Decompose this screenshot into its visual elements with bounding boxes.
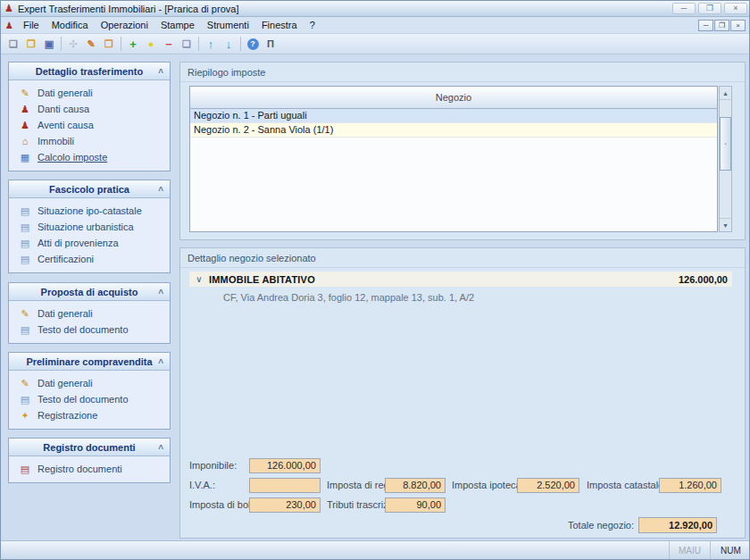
- toolbar-separator: [121, 37, 121, 51]
- new-document-icon[interactable]: ❏: [4, 36, 22, 53]
- groupbox-title: Dettaglio negozio selezionato: [180, 248, 745, 268]
- sidebar-item-label: Registrazione: [38, 410, 97, 421]
- menu-stampe[interactable]: Stampe: [154, 18, 201, 33]
- scrollbar-thumb[interactable]: ▪: [720, 117, 731, 171]
- panel-header-proposta-di-acquisto[interactable]: Proposta di acquisto ^: [9, 283, 170, 301]
- sidebar-item-immobili[interactable]: ⌂ Immobili: [9, 133, 170, 149]
- edit-document-icon[interactable]: ✎: [82, 36, 100, 53]
- delete-icon[interactable]: −: [160, 36, 178, 53]
- help-icon[interactable]: ?: [244, 36, 262, 53]
- sidebar-item-label: Immobili: [38, 136, 74, 146]
- sidebar-item-preliminare-dati-generali[interactable]: ✎ Dati generali: [9, 375, 170, 391]
- expander-immobile-abitativo[interactable]: ∨ IMMOBILE ABITATIVO 126.000,00: [189, 272, 732, 287]
- add-icon[interactable]: +: [124, 36, 142, 53]
- copy-document-icon[interactable]: ❏: [178, 36, 196, 53]
- pen-icon: ✎: [19, 308, 31, 320]
- sidebar-item-aventi-causa[interactable]: ♟ Aventi causa: [9, 117, 170, 133]
- menu-strumenti[interactable]: Strumenti: [201, 18, 255, 33]
- sidebar-item-calcolo-imposte[interactable]: ▦ Calcolo imposte: [9, 149, 170, 165]
- column-exit-icon[interactable]: Π: [262, 36, 279, 53]
- move-up-icon[interactable]: ↑: [202, 36, 220, 53]
- iva-field[interactable]: [249, 478, 321, 493]
- sidebar-item-proposta-dati-generali[interactable]: ✎ Dati generali: [9, 305, 170, 322]
- scroll-up-icon[interactable]: ▲: [720, 87, 731, 100]
- totale-negozio-field[interactable]: 12.920,00: [638, 517, 717, 533]
- panel-header-preliminare-compravendita[interactable]: Preliminare compravendita ^: [9, 353, 170, 371]
- sidebar-item-situazione-ipo-catastale[interactable]: ▤ Situazione ipo-catastale: [9, 203, 170, 219]
- sidebar-item-label: Dati generali: [38, 308, 93, 319]
- document-icon: ▤: [19, 238, 31, 249]
- panel-dettaglio-trasferimento: Dettaglio trasferimento ^ ✎ Dati general…: [8, 62, 171, 171]
- menu-finestra[interactable]: Finestra: [255, 18, 304, 33]
- workspace: Dettaglio trasferimento ^ ✎ Dati general…: [1, 54, 750, 540]
- list-item-negozio-2[interactable]: Negozio n. 2 - Sanna Viola (1/1): [190, 123, 717, 138]
- groupbox-dettaglio-negozio: Dettaglio negozio selezionato ∨ IMMOBILE…: [179, 247, 746, 539]
- sidebar-item-registro-documenti[interactable]: ▤ Registro documenti: [9, 461, 170, 477]
- mdi-minimize-button[interactable]: ─: [698, 20, 713, 31]
- sidebar-item-dati-generali[interactable]: ✎ Dati generali: [9, 85, 170, 101]
- sidebar-item-danti-causa[interactable]: ♟ Danti causa: [9, 101, 170, 117]
- collapse-chevron-icon[interactable]: ^: [158, 355, 163, 372]
- collapse-chevron-icon[interactable]: ^: [158, 440, 163, 458]
- pen-icon: ✎: [19, 378, 31, 389]
- imposta-ipotecaria-field[interactable]: 2.520,00: [517, 478, 579, 493]
- menu-help[interactable]: ?: [304, 18, 321, 33]
- sidebar-item-atti-di-provenienza[interactable]: ▤ Atti di provenienza: [9, 235, 170, 251]
- collapse-chevron-icon[interactable]: ^: [158, 285, 163, 303]
- vertical-scrollbar[interactable]: ▲ ▪ ▼: [719, 86, 732, 232]
- groupbox-riepilogo-imposte: Riepilogo imposte Negozio Negozio n. 1 -…: [179, 62, 746, 240]
- list-item-negozio-1[interactable]: Negozio n. 1 - Parti uguali: [190, 109, 717, 123]
- imposta-catastale-field[interactable]: 1.260,00: [659, 478, 721, 493]
- pen-icon: ✎: [19, 88, 31, 99]
- move-down-icon[interactable]: ↓: [220, 36, 238, 53]
- minimize-button[interactable]: ─: [672, 3, 696, 14]
- calculator-icon: ▦: [19, 152, 31, 163]
- panel-header-fascicolo-pratica[interactable]: Fascicolo pratica ^: [9, 180, 170, 198]
- panel-header-registro-documenti[interactable]: Registro documenti ^: [9, 439, 170, 456]
- sidebar-item-proposta-testo-documento[interactable]: ▤ Testo del documento: [9, 322, 170, 338]
- toolbar-separator: [61, 37, 62, 51]
- sidebar-item-preliminare-testo-documento[interactable]: ▤ Testo del documento: [9, 391, 170, 407]
- paste-folder-icon[interactable]: ❐: [100, 36, 118, 53]
- panel-fascicolo-pratica: Fascicolo pratica ^ ▤ Situazione ipo-cat…: [8, 180, 171, 273]
- modify-icon[interactable]: ●: [142, 36, 160, 53]
- menu-operazioni[interactable]: Operazioni: [95, 18, 154, 33]
- menu-file[interactable]: File: [17, 18, 46, 33]
- person-icon: ♟: [19, 120, 31, 131]
- sidebar-item-label: Testo del documento: [38, 394, 129, 405]
- collapse-chevron-icon[interactable]: ^: [158, 64, 163, 82]
- sidebar-item-registrazione[interactable]: ✦ Registrazione: [9, 407, 170, 423]
- collapse-chevron-icon[interactable]: ^: [158, 182, 163, 200]
- print-icon: ✣: [64, 36, 82, 53]
- tributi-trascrizione-field[interactable]: 90,00: [385, 497, 446, 513]
- imposta-bollo-field[interactable]: 230,00: [249, 497, 321, 513]
- restore-button[interactable]: ❐: [698, 3, 721, 14]
- sidebar-item-situazione-urbanistica[interactable]: ▤ Situazione urbanistica: [9, 219, 170, 235]
- sidebar-item-label: Atti di provenienza: [38, 238, 119, 248]
- document-app-icon: ♟: [5, 21, 13, 30]
- iva-label: I.V.A.:: [189, 478, 215, 493]
- window-controls: ─ ❐ ×: [672, 3, 747, 14]
- save-icon[interactable]: ▣: [40, 36, 58, 53]
- sidebar-item-label: Certificazioni: [38, 254, 94, 264]
- menu-modifica[interactable]: Modifica: [46, 18, 95, 33]
- mdi-close-button[interactable]: ×: [730, 20, 746, 31]
- mdi-restore-button[interactable]: ❐: [714, 20, 729, 31]
- status-bar: MAIU NUM: [1, 540, 750, 560]
- imposta-registro-field[interactable]: 8.820,00: [385, 478, 446, 493]
- scroll-down-icon[interactable]: ▼: [720, 218, 731, 231]
- seal-icon: ✦: [19, 410, 31, 422]
- imponibile-field[interactable]: 126.000,00: [249, 458, 321, 473]
- panel-preliminare-compravendita: Preliminare compravendita ^ ✎ Dati gener…: [8, 352, 171, 430]
- open-folder-icon[interactable]: ❐: [22, 36, 40, 53]
- column-header-negozio[interactable]: Negozio: [190, 87, 717, 109]
- close-button[interactable]: ×: [724, 3, 747, 14]
- panel-header-dettaglio-trasferimento[interactable]: Dettaglio trasferimento ^: [9, 63, 170, 80]
- sidebar-item-label: Danti causa: [38, 104, 89, 114]
- sidebar-item-certificazioni[interactable]: ▤ Certificazioni: [9, 251, 170, 267]
- sidebar-item-label: Registro documenti: [38, 464, 122, 474]
- person-icon: ♟: [19, 104, 31, 115]
- window-title: Expert Trasferimenti Immobiliari - [Prar…: [18, 4, 239, 14]
- immobile-description: CF, Via Andrea Doria 3, foglio 12, mappa…: [223, 292, 474, 303]
- chevron-down-icon[interactable]: ∨: [189, 274, 209, 284]
